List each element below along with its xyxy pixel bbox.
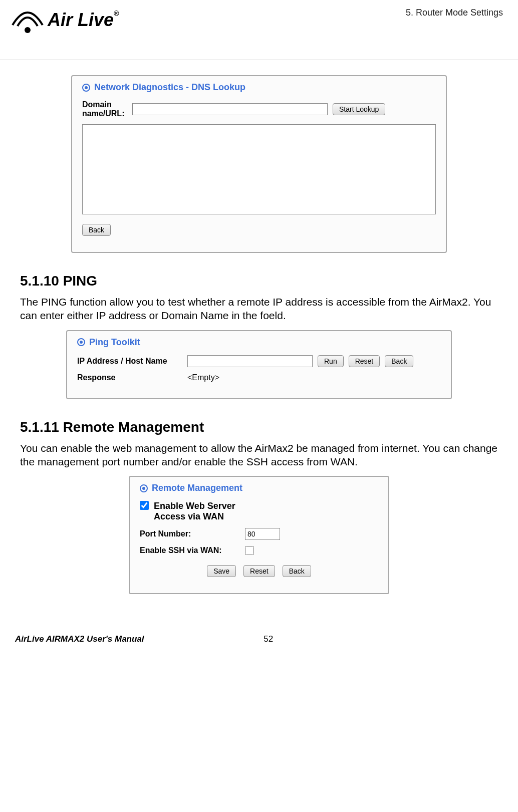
bullet-icon [140,484,148,492]
port-number-label: Port Number: [140,529,240,538]
remote-reset-button[interactable]: Reset [243,565,275,577]
enable-web-label: Enable Web Server Access via WAN [154,501,244,522]
enable-ssh-label: Enable SSH via WAN: [140,546,240,555]
ping-title-text: Ping Toolkit [89,337,140,348]
port-number-input[interactable] [245,528,280,540]
page-number: 52 [264,634,273,644]
logo: Air Live® [10,5,119,35]
dns-results-textarea[interactable] [82,124,436,214]
panel-title-remote: Remote Management [140,483,378,493]
ip-host-label: IP Address / Host Name [77,357,182,366]
dns-title-text: Network Diagnostics - DNS Lookup [94,82,245,93]
response-value: <Empty> [187,373,219,382]
svg-point-0 [25,27,31,33]
logo-text: Air Live® [48,10,119,31]
wifi-icon [10,5,45,35]
ping-back-button[interactable]: Back [385,355,413,367]
domain-url-label: Domain name/URL: [82,100,127,118]
panel-title-ping: Ping Toolkit [77,337,441,348]
enable-ssh-checkbox[interactable] [245,546,254,555]
dns-lookup-panel: Network Diagnostics - DNS Lookup Domain … [71,75,447,253]
ping-toolkit-panel: Ping Toolkit IP Address / Host Name Run … [66,330,452,399]
chapter-title: 5. Router Mode Settings [406,5,503,18]
remote-paragraph: You can enable the web management to all… [20,441,498,469]
manual-title: AirLive AIRMAX2 User's Manual [15,634,144,644]
remote-heading: 5.1.11 Remote Management [20,419,498,435]
ip-host-input[interactable] [187,355,313,367]
ping-paragraph: The PING function allow you to test whet… [20,295,498,323]
remote-save-button[interactable]: Save [207,565,236,577]
enable-web-checkbox[interactable] [140,501,149,510]
remote-title-text: Remote Management [152,483,242,493]
ping-run-button[interactable]: Run [318,355,344,367]
remote-back-button[interactable]: Back [283,565,311,577]
dns-back-button[interactable]: Back [82,224,111,236]
remote-management-panel: Remote Management Enable Web Server Acce… [129,476,389,594]
ping-heading: 5.1.10 PING [20,273,498,289]
domain-url-input[interactable] [132,103,328,115]
page-header: Air Live® 5. Router Mode Settings [0,0,518,60]
bullet-icon [77,338,85,346]
ping-reset-button[interactable]: Reset [349,355,380,367]
panel-title-dns: Network Diagnostics - DNS Lookup [82,82,436,93]
response-label: Response [77,373,182,382]
bullet-icon [82,84,90,92]
page-footer: AirLive AIRMAX2 User's Manual 52 [0,624,518,659]
start-lookup-button[interactable]: Start Lookup [333,103,385,115]
